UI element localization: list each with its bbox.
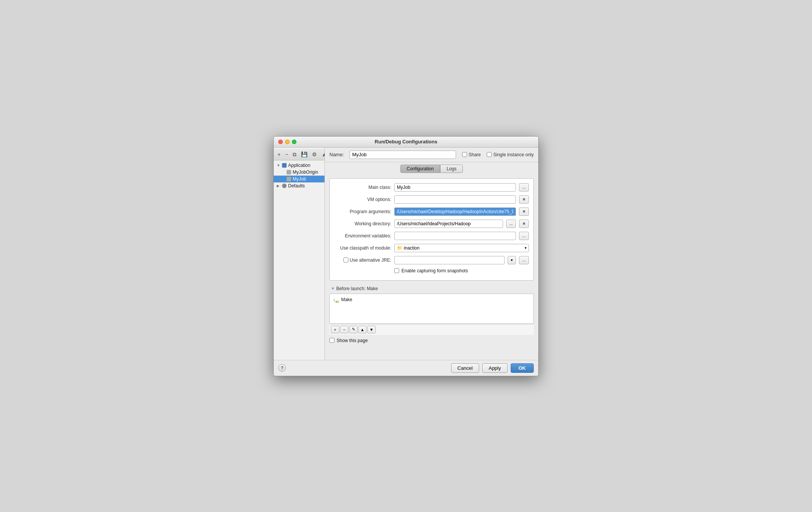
sidebar-item-label-myjob: MyJob <box>293 176 306 182</box>
jre-label-text: Use alternative JRE: <box>350 258 391 263</box>
tab-logs[interactable]: Logs <box>440 165 463 173</box>
snapshots-checkbox[interactable] <box>394 268 399 273</box>
single-instance-checkbox[interactable] <box>487 152 492 157</box>
config-panel: Main class: ... VM options: ⊞ Program ar… <box>329 178 534 281</box>
before-launch-section: ▼ Before launch: Make ↓01 Make + − ✎ ▲ <box>329 285 534 335</box>
jre-browse-btn[interactable]: ... <box>519 256 529 264</box>
settings-button[interactable]: ⚙ <box>310 151 318 158</box>
vm-options-browse-btn[interactable]: ⊞ <box>519 195 529 204</box>
launch-add-btn[interactable]: + <box>331 326 339 333</box>
launch-remove-btn[interactable]: − <box>340 326 348 333</box>
env-vars-label: Environment variables: <box>334 233 391 239</box>
name-row: Name: Share Single instance only <box>325 148 538 162</box>
env-vars-browse-btn[interactable]: ... <box>519 232 529 240</box>
application-icon <box>282 163 287 168</box>
sidebar-item-myjob[interactable]: MyJob <box>274 176 324 182</box>
launch-down-btn[interactable]: ▼ <box>367 326 376 333</box>
sidebar-item-label-myjoborigin: MyJobOrigin <box>293 170 318 175</box>
help-button[interactable]: ? <box>278 364 286 372</box>
before-launch-arrow-icon: ▼ <box>331 286 335 291</box>
footer-buttons: Cancel Apply OK <box>451 363 534 373</box>
close-button[interactable] <box>278 140 283 144</box>
main-class-row: Main class: ... <box>334 183 529 192</box>
add-config-button[interactable]: + <box>276 151 282 158</box>
expand-arrow-application: ▼ <box>277 163 281 167</box>
sidebar-item-label-defaults: Defaults <box>288 183 305 188</box>
sidebar-item-application[interactable]: ▼ Application <box>274 162 324 169</box>
titlebar: Run/Debug Configurations <box>274 137 538 148</box>
vm-options-row: VM options: ⊞ <box>334 195 529 204</box>
name-input[interactable] <box>350 151 456 159</box>
launch-toolbar: + − ✎ ▲ ▼ <box>329 324 534 335</box>
share-checkbox[interactable] <box>462 152 467 157</box>
expand-arrow-defaults: ▶ <box>277 184 281 188</box>
launch-up-btn[interactable]: ▲ <box>358 326 367 333</box>
working-dir-row: Working directory: ... ⊞ <box>334 220 529 228</box>
sidebar-item-myjoborigin[interactable]: MyJobOrigin <box>274 169 324 176</box>
working-dir-expand-btn[interactable]: ⊞ <box>519 220 529 228</box>
main-class-input[interactable] <box>394 183 516 192</box>
main-panel: Name: Share Single instance only Configu… <box>325 148 538 360</box>
launch-edit-btn[interactable]: ✎ <box>349 326 357 333</box>
classpath-row: Use classpath of module: 📁 inaction ▼ <box>334 244 529 252</box>
tab-configuration[interactable]: Configuration <box>400 165 440 173</box>
program-args-input[interactable] <box>394 207 516 216</box>
minimize-button[interactable] <box>285 140 290 144</box>
config-tree: ▼ Application MyJobOrigin MyJob <box>274 160 324 191</box>
content-area: + − ⧉ 💾 ⚙ ▲ ▼ 📁 ▼ Application <box>274 148 538 360</box>
maximize-button[interactable] <box>292 140 296 144</box>
jre-checkbox-container: Use alternative JRE: <box>334 258 391 263</box>
snapshots-label-text: Enable capturing form snapshots <box>401 268 468 273</box>
classpath-select-wrapper: 📁 inaction ▼ <box>394 244 529 252</box>
program-args-browse-btn[interactable]: ⊞ <box>519 207 529 216</box>
program-args-row: Program arguments: ⊞ <box>334 207 529 216</box>
show-page-checkbox[interactable] <box>329 338 334 343</box>
single-instance-checkbox-label: Single instance only <box>487 152 534 157</box>
make-icon: ↓01 <box>333 296 339 303</box>
vm-options-input[interactable] <box>394 195 516 204</box>
classpath-select[interactable]: 📁 inaction <box>394 244 529 252</box>
main-class-label: Main class: <box>334 185 391 190</box>
main-window: Run/Debug Configurations + − ⧉ 💾 ⚙ ▲ ▼ 📁… <box>273 136 539 376</box>
main-class-browse-btn[interactable]: ... <box>519 183 529 192</box>
program-args-label: Program arguments: <box>334 209 391 214</box>
arrow-spacer <box>281 170 286 174</box>
form-area: Main class: ... VM options: ⊞ Program ar… <box>325 175 538 360</box>
env-vars-input[interactable] <box>394 232 516 240</box>
file-icon-myjoborigin <box>287 170 291 174</box>
name-label: Name: <box>329 152 346 157</box>
save-config-button[interactable]: 💾 <box>299 151 309 158</box>
cancel-button[interactable]: Cancel <box>451 363 479 373</box>
remove-config-button[interactable]: − <box>284 151 290 158</box>
jre-checkbox[interactable] <box>343 258 348 262</box>
tabs-row: Configuration Logs <box>325 162 538 175</box>
copy-config-button[interactable]: ⧉ <box>291 151 298 159</box>
ok-button[interactable]: OK <box>511 363 534 373</box>
footer: ? Cancel Apply OK <box>274 360 538 376</box>
arrow-spacer2 <box>281 177 286 181</box>
show-page-label: Show this page <box>337 338 368 343</box>
env-vars-row: Environment variables: ... <box>334 232 529 240</box>
before-launch-header: ▼ Before launch: Make <box>329 285 534 292</box>
sidebar-toolbar: + − ⧉ 💾 ⚙ ▲ ▼ 📁 <box>274 149 324 160</box>
jre-label-spacer: Use alternative JRE: <box>334 258 391 263</box>
make-item: ↓01 Make <box>331 295 532 304</box>
apply-button[interactable]: Apply <box>482 363 508 373</box>
vm-options-label: VM options: <box>334 197 391 202</box>
traffic-lights <box>278 140 296 144</box>
make-label: Make <box>341 297 352 302</box>
working-dir-browse-btn[interactable]: ... <box>506 220 516 228</box>
share-checkbox-label: Share <box>462 152 481 157</box>
snapshots-checkbox-label: Enable capturing form snapshots <box>394 268 468 273</box>
defaults-icon <box>282 184 287 188</box>
window-title: Run/Debug Configurations <box>375 139 437 144</box>
jre-input[interactable] <box>394 256 505 264</box>
sidebar-item-defaults[interactable]: ▶ Defaults <box>274 182 324 189</box>
move-up-button[interactable]: ▲ <box>320 151 325 158</box>
jre-row: Use alternative JRE: ▼ ... <box>334 256 529 264</box>
working-dir-input[interactable] <box>394 220 503 228</box>
classpath-label: Use classpath of module: <box>334 245 391 251</box>
sidebar-item-label-application: Application <box>288 163 310 168</box>
jre-dropdown-btn[interactable]: ▼ <box>508 256 516 264</box>
show-page-row: Show this page <box>329 338 534 343</box>
